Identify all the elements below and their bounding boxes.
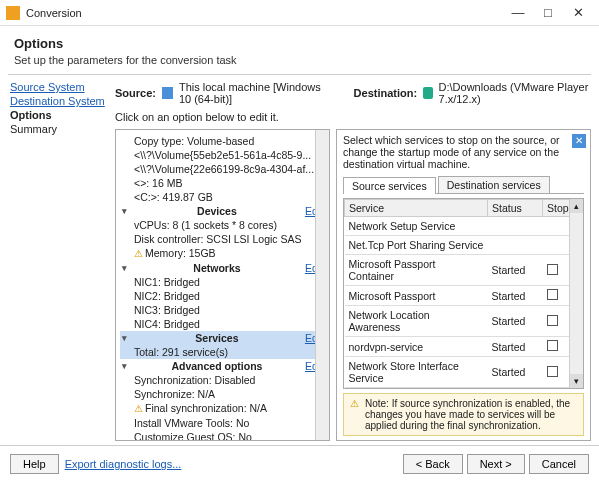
wizard-footer: Help Export diagnostic logs... < Back Ne…	[0, 445, 599, 482]
hint-text: Click on an option below to edit it.	[115, 111, 591, 123]
cat-networks[interactable]: NetworksEdit	[120, 261, 325, 275]
source-dest-bar: Source: This local machine [Windows 10 (…	[115, 79, 591, 109]
source-label: Source:	[115, 87, 156, 99]
nav-summary[interactable]: Summary	[10, 123, 109, 135]
services-panel: Select which services to stop on the sou…	[336, 129, 591, 441]
service-status	[488, 236, 543, 255]
service-status: Started	[488, 306, 543, 337]
titlebar: Conversion — □ ✕	[0, 0, 599, 26]
source-icon	[162, 87, 173, 99]
tab-destination-services[interactable]: Destination services	[438, 176, 550, 193]
page-header: Options Set up the parameters for the co…	[0, 26, 599, 74]
stop-checkbox[interactable]	[547, 315, 558, 326]
cat-advanced[interactable]: Advanced optionsEdit	[120, 359, 325, 373]
opt-memory[interactable]: Memory: 15GB	[120, 246, 325, 261]
panel-close-icon[interactable]: ✕	[572, 134, 586, 148]
service-status: Started	[488, 357, 543, 388]
opt-volume-3[interactable]: <>: 16 MB	[120, 176, 325, 190]
step-nav: Source System Destination System Options…	[0, 75, 115, 445]
opt-final-sync[interactable]: Final synchronization: N/A	[120, 401, 325, 416]
service-name: NVIDIA LocalSystem Container	[345, 388, 488, 390]
cat-services[interactable]: ServicesEdit	[120, 331, 325, 345]
table-row[interactable]: NVIDIA LocalSystem ContainerStarted	[345, 388, 583, 390]
services-table: Service Status Stop Network Setup Servic…	[344, 199, 583, 389]
tab-source-services[interactable]: Source services	[343, 177, 436, 194]
cat-devices[interactable]: DevicesEdit	[120, 204, 325, 218]
opt-disk-controller[interactable]: Disk controller: SCSI LSI Logic SAS	[120, 232, 325, 246]
dest-icon	[423, 87, 432, 99]
back-button[interactable]: < Back	[403, 454, 463, 474]
stop-checkbox[interactable]	[547, 289, 558, 300]
left-scrollbar[interactable]	[315, 130, 329, 440]
opt-guest-os[interactable]: Customize Guest OS: No	[120, 430, 325, 440]
col-service[interactable]: Service	[345, 200, 488, 217]
service-name: Network Location Awareness	[345, 306, 488, 337]
sync-note: Note: If source synchronization is enabl…	[343, 393, 584, 436]
export-logs-link[interactable]: Export diagnostic logs...	[65, 458, 182, 470]
page-subtitle: Set up the parameters for the conversion…	[14, 54, 585, 66]
nav-options[interactable]: Options	[10, 109, 109, 121]
opt-sync2[interactable]: Synchronize: N/A	[120, 387, 325, 401]
table-row[interactable]: Network Setup Service	[345, 217, 583, 236]
table-row[interactable]: Net.Tcp Port Sharing Service	[345, 236, 583, 255]
service-status: Started	[488, 286, 543, 306]
opt-volume-2[interactable]: <\\?\Volume{22e66199-8c9a-4304-af...	[120, 162, 325, 176]
table-row[interactable]: Microsoft PassportStarted	[345, 286, 583, 306]
service-status: Started	[488, 388, 543, 390]
opt-copy-type[interactable]: Copy type: Volume-based	[120, 134, 325, 148]
next-button[interactable]: Next >	[467, 454, 525, 474]
dest-label: Destination:	[354, 87, 418, 99]
opt-nic2[interactable]: NIC2: Bridged	[120, 289, 325, 303]
stop-checkbox[interactable]	[547, 340, 558, 351]
stop-checkbox[interactable]	[547, 366, 558, 377]
cancel-button[interactable]: Cancel	[529, 454, 589, 474]
col-status[interactable]: Status	[488, 200, 543, 217]
table-row[interactable]: Network Store Interface ServiceStarted	[345, 357, 583, 388]
service-name: Network Setup Service	[345, 217, 488, 236]
services-tabs: Source services Destination services	[343, 176, 584, 194]
services-table-wrap: Service Status Stop Network Setup Servic…	[343, 198, 584, 389]
scroll-up-icon[interactable]: ▴	[570, 199, 583, 213]
opt-services-total[interactable]: Total: 291 service(s)	[120, 345, 325, 359]
options-tree: Copy type: Volume-based <\\?\Volume{55eb…	[115, 129, 330, 441]
nav-source-system[interactable]: Source System	[10, 81, 109, 93]
maximize-button[interactable]: □	[533, 3, 563, 23]
table-scrollbar[interactable]: ▴ ▾	[569, 199, 583, 388]
minimize-button[interactable]: —	[503, 3, 533, 23]
window-title: Conversion	[26, 7, 503, 19]
help-button[interactable]: Help	[10, 454, 59, 474]
opt-vcpus[interactable]: vCPUs: 8 (1 sockets * 8 cores)	[120, 218, 325, 232]
opt-volume-4[interactable]: <C:>: 419.87 GB	[120, 190, 325, 204]
source-value: This local machine [Windows 10 (64-bit)]	[179, 81, 334, 105]
service-name: Net.Tcp Port Sharing Service	[345, 236, 488, 255]
opt-sync[interactable]: Synchronization: Disabled	[120, 373, 325, 387]
service-name: nordvpn-service	[345, 337, 488, 357]
table-row[interactable]: Network Location AwarenessStarted	[345, 306, 583, 337]
service-name: Network Store Interface Service	[345, 357, 488, 388]
stop-checkbox[interactable]	[547, 264, 558, 275]
page-title: Options	[14, 36, 585, 51]
nav-destination-system[interactable]: Destination System	[10, 95, 109, 107]
table-row[interactable]: nordvpn-serviceStarted	[345, 337, 583, 357]
opt-volume-1[interactable]: <\\?\Volume{55eb2e51-561a-4c85-9...	[120, 148, 325, 162]
dest-value: D:\Downloads (VMware Player 7.x/12.x)	[439, 81, 591, 105]
table-row[interactable]: Microsoft Passport ContainerStarted	[345, 255, 583, 286]
panel-description: Select which services to stop on the sou…	[343, 134, 560, 170]
opt-vmware-tools[interactable]: Install VMware Tools: No	[120, 416, 325, 430]
scroll-down-icon[interactable]: ▾	[570, 374, 583, 388]
service-name: Microsoft Passport Container	[345, 255, 488, 286]
opt-nic4[interactable]: NIC4: Bridged	[120, 317, 325, 331]
service-status	[488, 217, 543, 236]
service-status: Started	[488, 337, 543, 357]
opt-nic3[interactable]: NIC3: Bridged	[120, 303, 325, 317]
close-button[interactable]: ✕	[563, 3, 593, 23]
app-icon	[6, 6, 20, 20]
opt-nic1[interactable]: NIC1: Bridged	[120, 275, 325, 289]
service-status: Started	[488, 255, 543, 286]
service-name: Microsoft Passport	[345, 286, 488, 306]
